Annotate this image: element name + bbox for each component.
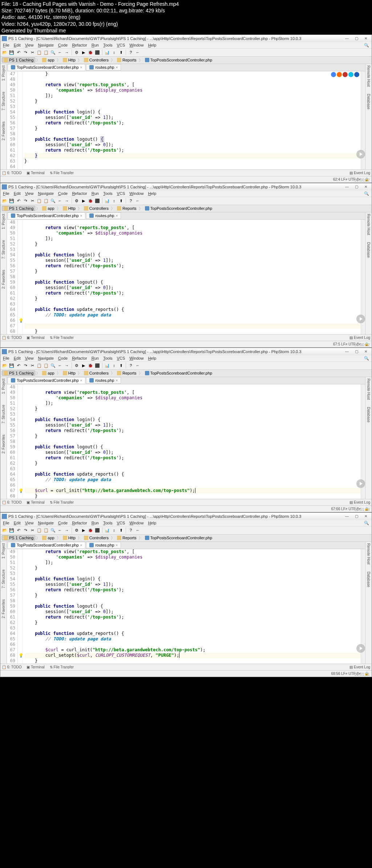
code-editor[interactable]: 4950515253545556575859606162636465666768… — [7, 549, 365, 664]
menu-view[interactable]: View — [23, 42, 36, 48]
editor-tab[interactable]: routes.php× — [86, 64, 121, 71]
menu-run[interactable]: Run — [90, 42, 101, 48]
toolbar-icon[interactable]: 📋 — [43, 527, 49, 533]
toolbar-icon[interactable]: ← — [57, 527, 63, 533]
toolbar-icon[interactable]: ▶ — [81, 198, 86, 204]
toolbar-icon[interactable]: 🐞 — [88, 363, 93, 368]
menu-refactor[interactable]: Refactor — [70, 355, 89, 361]
menu-help[interactable]: Help — [146, 42, 158, 48]
breadcrumb-folder[interactable]: Reports — [116, 58, 138, 62]
toolbar-icon[interactable]: ↕ — [111, 363, 117, 368]
toolbar-icon[interactable]: 🐞 — [88, 49, 93, 55]
toolbar-icon[interactable]: → — [64, 49, 70, 55]
toolbar-icon[interactable]: ← — [135, 527, 141, 533]
file-transfer-tool[interactable]: ⇅ File Transfer — [50, 336, 74, 340]
toolbar-icon[interactable]: 🔍 — [50, 363, 56, 368]
toolbar-icon[interactable]: ↷ — [23, 527, 28, 533]
menu-tools[interactable]: Tools — [101, 42, 114, 48]
toolbar-icon[interactable]: → — [64, 198, 70, 204]
breadcrumb-project[interactable]: PS 1 Caching — [2, 206, 35, 211]
toolbar-icon[interactable]: 🐞 — [88, 527, 93, 533]
minimize-button[interactable]: — — [343, 349, 351, 355]
toolbar-icon[interactable]: 📂 — [2, 49, 8, 55]
menu-file[interactable]: File — [1, 355, 11, 361]
code-editor[interactable]: 4849505152535455565758596061626364656667… — [7, 220, 365, 334]
search-icon[interactable]: 🔍 — [362, 520, 371, 526]
toolbar-icon[interactable]: ⬆ — [118, 363, 124, 368]
editor-tab[interactable]: TopPostsScoreboardController.php× — [8, 377, 85, 384]
menu-edit[interactable]: Edit — [12, 355, 23, 361]
tool-window-tab[interactable]: Database — [367, 572, 371, 587]
toolbar-icon[interactable]: ← — [57, 363, 63, 368]
toolbar-icon[interactable]: 🐞 — [88, 198, 93, 204]
toolbar-icon[interactable]: ↕ — [111, 198, 117, 204]
toolbar-icon[interactable]: 📋 — [43, 363, 49, 368]
event-log-tool[interactable]: ▤ Event Log — [349, 336, 370, 340]
maximize-button[interactable]: ▢ — [352, 349, 361, 355]
menu-window[interactable]: Window — [128, 191, 145, 196]
toolbar-icon[interactable]: ↷ — [23, 49, 28, 55]
toolbar-icon[interactable]: → — [64, 527, 70, 533]
tool-window-tab[interactable]: Database — [367, 94, 371, 109]
event-log-tool[interactable]: ▤ Event Log — [349, 500, 370, 504]
toolbar-icon[interactable]: 🔍 — [50, 198, 56, 204]
menu-navigate[interactable]: Navigate — [36, 42, 55, 48]
toolbar-icon[interactable]: ← — [135, 49, 141, 55]
toolbar-icon[interactable]: ✂ — [29, 363, 35, 368]
toolbar-icon[interactable]: ▶ — [81, 49, 86, 55]
menu-window[interactable]: Window — [128, 355, 145, 361]
file-transfer-tool[interactable]: ⇅ File Transfer — [50, 171, 74, 175]
breadcrumb-folder[interactable]: Reports — [116, 206, 138, 211]
tool-window-tab[interactable]: Remote Host — [367, 65, 371, 87]
terminal-tool[interactable]: ▣ Terminal — [27, 171, 44, 175]
tab-close-icon[interactable]: × — [116, 214, 118, 218]
toolbar-icon[interactable]: ↷ — [23, 363, 28, 368]
breadcrumb-folder[interactable]: app — [41, 371, 56, 375]
tab-close-icon[interactable]: × — [80, 379, 82, 383]
breadcrumb-folder[interactable]: Http — [61, 371, 77, 375]
breadcrumb-file[interactable]: TopPostsScoreboardController.php — [143, 206, 214, 211]
browser-icon[interactable] — [331, 72, 336, 77]
toolbar-icon[interactable]: 📋 — [43, 49, 49, 55]
terminal-tool[interactable]: ▣ Terminal — [27, 500, 44, 504]
event-log-tool[interactable]: ▤ Event Log — [349, 171, 370, 175]
menu-help[interactable]: Help — [146, 520, 158, 526]
tool-window-tab[interactable]: Database — [367, 407, 371, 423]
toolbar-icon[interactable]: ? — [128, 198, 134, 204]
todo-tool[interactable]: 📋 6: TODO — [2, 500, 21, 504]
toolbar-icon[interactable]: ⚙ — [74, 198, 80, 204]
tool-window-tab[interactable]: Remote Host — [367, 543, 371, 564]
maximize-button[interactable]: ▢ — [352, 36, 361, 41]
close-button[interactable]: ✕ — [361, 349, 370, 355]
toolbar-icon[interactable]: ↷ — [23, 198, 28, 204]
tab-close-icon[interactable]: × — [80, 543, 82, 547]
todo-tool[interactable]: 📋 6: TODO — [2, 336, 21, 340]
menu-tools[interactable]: Tools — [101, 355, 114, 361]
toolbar-icon[interactable]: ⚙ — [74, 527, 80, 533]
tab-close-icon[interactable]: × — [116, 65, 118, 69]
toolbar-icon[interactable]: 💾 — [9, 198, 15, 204]
menu-run[interactable]: Run — [90, 520, 101, 526]
toolbar-icon[interactable]: ⚙ — [74, 49, 80, 55]
search-icon[interactable]: 🔍 — [362, 42, 371, 48]
toolbar-icon[interactable]: 📊 — [104, 198, 110, 204]
browser-icon[interactable] — [343, 72, 348, 77]
menu-tools[interactable]: Tools — [101, 520, 114, 526]
toolbar-icon[interactable]: ✂ — [29, 527, 35, 533]
menu-view[interactable]: View — [23, 191, 36, 196]
minimize-button[interactable]: — — [343, 36, 351, 41]
tool-window-tab[interactable]: 1: Project — [1, 543, 5, 559]
menu-edit[interactable]: Edit — [12, 42, 23, 48]
tool-window-tab[interactable]: 1: Project — [1, 379, 5, 394]
tab-close-icon[interactable]: × — [80, 65, 82, 69]
terminal-tool[interactable]: ▣ Terminal — [27, 665, 44, 669]
toolbar-icon[interactable]: 🔍 — [50, 527, 56, 533]
maximize-button[interactable]: ▢ — [352, 184, 361, 190]
menu-vcs[interactable]: VCS — [115, 191, 127, 196]
menu-file[interactable]: File — [1, 520, 11, 526]
tool-window-tab[interactable]: 7: Structure — [1, 92, 5, 111]
tool-window-tab[interactable]: 2: Favorites — [1, 435, 5, 453]
toolbar-icon[interactable]: 🔍 — [50, 49, 56, 55]
breadcrumb-project[interactable]: PS 1 Caching — [2, 57, 35, 63]
toolbar-icon[interactable]: ⬆ — [118, 527, 124, 533]
